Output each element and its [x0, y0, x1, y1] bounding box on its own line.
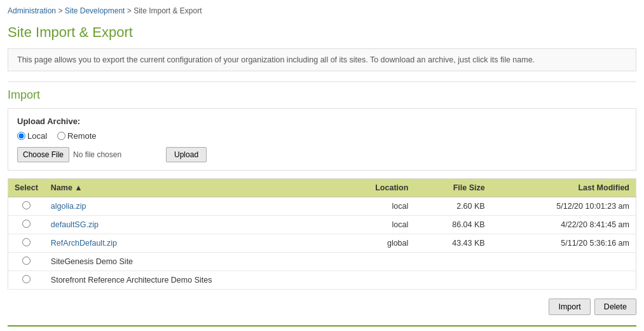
page-title: Site Import & Export: [0, 19, 644, 48]
file-name-display: No file chosen: [73, 150, 162, 159]
file-upload-row: Choose File No file chosen Upload: [17, 147, 627, 162]
row-location-cell: local: [338, 216, 414, 234]
files-table: Select Name ▲ Location File Size Last Mo…: [8, 178, 636, 290]
row-radio-3[interactable]: [22, 257, 31, 265]
row-lastmod-cell: 5/11/20 5:36:16 am: [491, 234, 636, 253]
bottom-bar: [8, 325, 636, 329]
breadcrumb-sitedev-link[interactable]: Site Development: [65, 6, 125, 15]
row-lastmod-cell: [491, 271, 636, 290]
row-select-cell: [8, 216, 45, 234]
upload-button[interactable]: Upload: [166, 147, 207, 162]
breadcrumb: Administration > Site Development > Site…: [0, 0, 644, 19]
row-name-cell: algolia.zip: [45, 197, 338, 216]
info-text: This page allows you to export the curre…: [17, 55, 535, 64]
radio-remote-text: Remote: [67, 131, 97, 141]
file-link-1[interactable]: defaultSG.zip: [51, 220, 99, 229]
row-filesize-cell: 2.60 KB: [414, 197, 491, 216]
table-body: algolia.ziplocal2.60 KB5/12/20 10:01:23 …: [8, 197, 636, 290]
breadcrumb-current: Site Import & Export: [134, 6, 202, 15]
radio-local-text: Local: [27, 131, 47, 141]
row-name-cell: SiteGenesis Demo Site: [45, 253, 338, 271]
row-lastmod-cell: 4/22/20 8:41:45 am: [491, 216, 636, 234]
info-box: This page allows you to export the curre…: [8, 48, 636, 71]
row-radio-2[interactable]: [22, 238, 31, 246]
import-section-title: Import: [8, 81, 636, 108]
row-lastmod-cell: 5/12/20 10:01:23 am: [491, 197, 636, 216]
row-radio-4[interactable]: [22, 275, 31, 283]
row-select-cell: [8, 234, 45, 253]
main-content: This page allows you to export the curre…: [0, 48, 644, 329]
table-row: SiteGenesis Demo Site: [8, 253, 636, 271]
upload-label: Upload Archive:: [17, 116, 627, 126]
col-filesize: File Size: [414, 179, 491, 197]
col-select: Select: [8, 179, 45, 197]
radio-remote-label[interactable]: Remote: [57, 131, 97, 141]
row-filesize-cell: 43.43 KB: [414, 234, 491, 253]
action-row: Import Delete: [8, 296, 636, 320]
row-radio-1[interactable]: [22, 220, 31, 228]
import-button[interactable]: Import: [549, 299, 590, 315]
delete-button[interactable]: Delete: [594, 299, 636, 315]
row-select-cell: [8, 271, 45, 290]
row-name-cell: Storefront Reference Architecture Demo S…: [45, 271, 338, 290]
location-radio-group: Local Remote: [17, 131, 627, 141]
table-row: RefArchDefault.zipglobal43.43 KB5/11/20 …: [8, 234, 636, 253]
radio-remote[interactable]: [57, 132, 65, 140]
col-location: Location: [338, 179, 414, 197]
radio-local[interactable]: [17, 132, 25, 140]
choose-file-button[interactable]: Choose File: [17, 147, 69, 162]
row-location-cell: [338, 253, 414, 271]
table-header: Select Name ▲ Location File Size Last Mo…: [8, 179, 636, 197]
table-row: Storefront Reference Architecture Demo S…: [8, 271, 636, 290]
table-row: algolia.ziplocal2.60 KB5/12/20 10:01:23 …: [8, 197, 636, 216]
row-radio-0[interactable]: [22, 201, 31, 209]
file-link-2[interactable]: RefArchDefault.zip: [51, 239, 117, 248]
breadcrumb-admin-link[interactable]: Administration: [8, 6, 56, 15]
radio-local-label[interactable]: Local: [17, 131, 47, 141]
row-select-cell: [8, 253, 45, 271]
col-name: Name ▲: [45, 179, 338, 197]
row-filesize-cell: 86.04 KB: [414, 216, 491, 234]
row-location-cell: [338, 271, 414, 290]
file-link-0[interactable]: algolia.zip: [51, 202, 86, 211]
row-lastmod-cell: [491, 253, 636, 271]
row-name-cell: defaultSG.zip: [45, 216, 338, 234]
row-name-cell: RefArchDefault.zip: [45, 234, 338, 253]
col-lastmod: Last Modified: [491, 179, 636, 197]
row-filesize-cell: [414, 271, 491, 290]
row-location-cell: local: [338, 197, 414, 216]
upload-form: Upload Archive: Local Remote Choose File…: [8, 108, 636, 171]
row-location-cell: global: [338, 234, 414, 253]
table-row: defaultSG.ziplocal86.04 KB4/22/20 8:41:4…: [8, 216, 636, 234]
row-filesize-cell: [414, 253, 491, 271]
row-select-cell: [8, 197, 45, 216]
